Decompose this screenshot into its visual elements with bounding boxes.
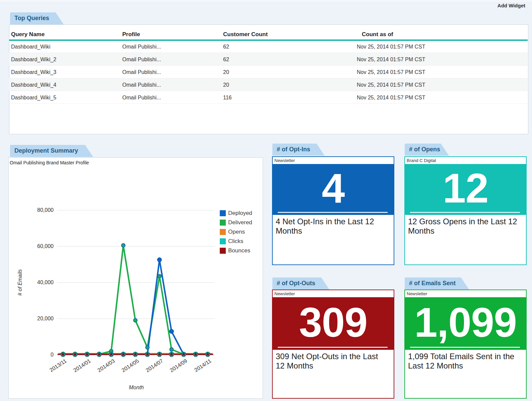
svg-text:Bounces: Bounces [228,247,250,254]
svg-text:60,000: 60,000 [37,243,54,249]
svg-text:Clicks: Clicks [228,238,243,244]
svg-text:2014/01: 2014/01 [72,358,92,373]
svg-text:Month: Month [129,385,144,390]
svg-text:80,000: 80,000 [37,207,54,213]
svg-text:2014/07: 2014/07 [145,358,164,373]
svg-text:2014/11: 2014/11 [193,358,212,373]
svg-text:Opens: Opens [228,229,245,235]
svg-text:20,000: 20,000 [37,316,54,321]
svg-text:40,000: 40,000 [37,279,54,285]
svg-text:2014/09: 2014/09 [169,358,188,373]
svg-text:Deployed: Deployed [228,210,252,216]
svg-text:2014/05: 2014/05 [121,358,140,373]
svg-text:# of Emails: # of Emails [17,269,23,296]
svg-text:Delivered: Delivered [228,219,252,226]
svg-text:0: 0 [51,352,54,357]
svg-text:2014/03: 2014/03 [96,358,116,373]
svg-text:2013/11: 2013/11 [49,358,68,373]
